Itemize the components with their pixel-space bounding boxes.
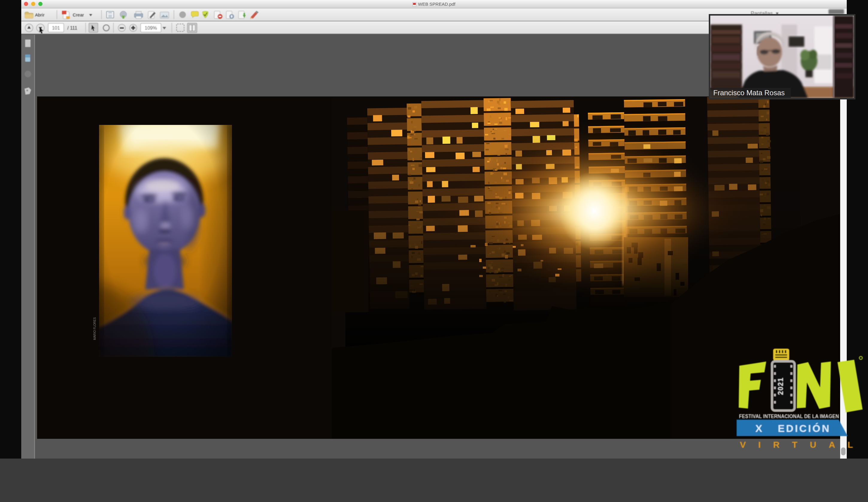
- svg-text:2021: 2021: [777, 377, 785, 395]
- svg-text:Abrir: Abrir: [35, 12, 44, 17]
- svg-text:Crear: Crear: [73, 12, 84, 17]
- svg-text:101: 101: [52, 26, 60, 31]
- svg-text:MARIO FLORES: MARIO FLORES: [93, 317, 96, 340]
- svg-text:EDICIÓN: EDICIÓN: [778, 423, 831, 434]
- svg-text:X: X: [755, 423, 762, 434]
- svg-text:FESTIVAL INTERNACIONAL DE LA I: FESTIVAL INTERNACIONAL DE LA IMAGEN: [739, 413, 839, 419]
- svg-text:/ 111: / 111: [68, 26, 77, 31]
- svg-text:109%: 109%: [145, 26, 157, 31]
- svg-text:VIRTUAL: VIRTUAL: [740, 440, 860, 450]
